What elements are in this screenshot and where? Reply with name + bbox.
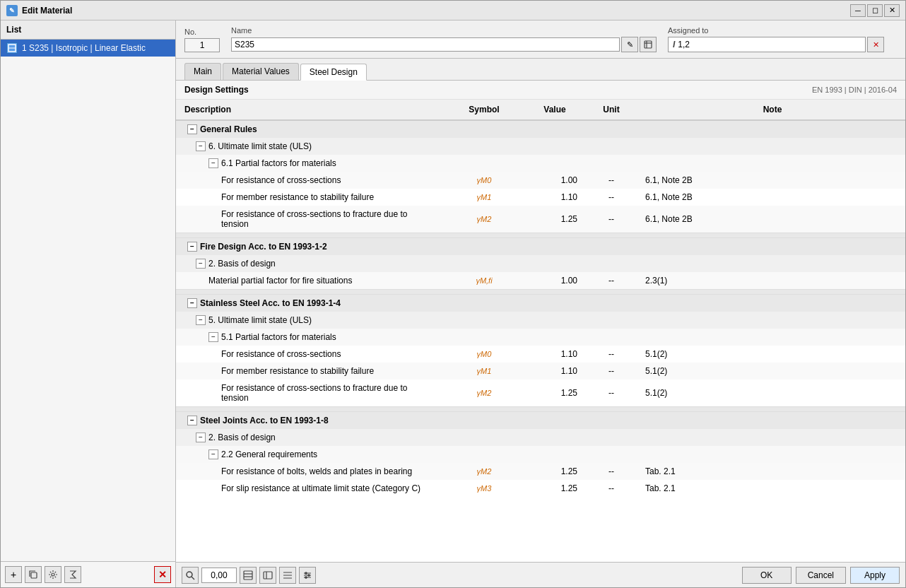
- row-ym0-ss: For resistance of cross-sections γM0 1.1…: [176, 346, 905, 363]
- col-note: Note: [640, 102, 905, 117]
- name-label: Name: [231, 26, 657, 35]
- val-ym0-1[interactable]: 1.00: [526, 174, 583, 187]
- unit-ym1-ss: --: [583, 365, 640, 377]
- edit-name-button[interactable]: ✎: [621, 37, 638, 52]
- row-ym1-ss: For member resistance to stability failu…: [176, 363, 905, 380]
- main-window: ✎ Edit Material ─ ◻ ✕ List 1 S235 | Isot…: [0, 0, 906, 588]
- tab-material-values[interactable]: Material Values: [223, 63, 299, 80]
- basis-2-label: − 2. Basis of design: [182, 257, 442, 270]
- section-2-2: − 2.2 General requirements: [176, 446, 905, 463]
- minimize-button[interactable]: ─: [850, 4, 866, 17]
- val-ymfi[interactable]: 1.00: [526, 274, 583, 287]
- svg-point-3: [52, 573, 54, 576]
- val-ym0-ss[interactable]: 1.10: [526, 348, 583, 360]
- sym-ym1-1: γM1: [442, 191, 526, 204]
- table-header: Description Symbol Value Unit Note: [176, 100, 905, 121]
- assigned-display: I 1,2: [668, 37, 866, 52]
- assigned-field-group: Assigned to I 1,2 ✕: [668, 26, 884, 52]
- name-field-group: Name ✎: [231, 26, 657, 52]
- note-ym3-sj: Tab. 2.1: [640, 482, 900, 495]
- desc-ymfi: Material partial factor for fire situati…: [182, 274, 442, 287]
- svg-rect-2: [31, 572, 37, 578]
- val-ym1-ss[interactable]: 1.10: [526, 365, 583, 377]
- row-ym1-1: For member resistance to stability failu…: [176, 189, 905, 206]
- tab-steel-design[interactable]: Steel Design: [300, 64, 367, 81]
- note-ym2-1: 6.1, Note 2B: [640, 208, 900, 230]
- unit-ymfi: --: [583, 274, 640, 287]
- main-content: List 1 S235 | Isotropic | Linear Elastic…: [1, 20, 905, 587]
- row-ym3-sj: For slip resistance at ultimate limit st…: [176, 480, 905, 497]
- desc-ym2-ss: For resistance of cross-sections to frac…: [182, 382, 442, 404]
- section-general-rules: − General Rules: [176, 121, 905, 138]
- tabs-bar: Main Material Values Steel Design: [176, 59, 905, 81]
- no-input[interactable]: [184, 38, 220, 52]
- val-ym2-1[interactable]: 1.25: [526, 208, 583, 230]
- tree-table: − General Rules − 6. Ultimate limit stat…: [176, 121, 905, 497]
- section-uls-6: − 6. Ultimate limit state (ULS): [176, 138, 905, 155]
- list-item[interactable]: 1 S235 | Isotropic | Linear Elastic: [1, 40, 175, 57]
- fire-design-label: − Fire Design Acc. to EN 1993-1-2: [182, 240, 442, 253]
- toggle-2-2[interactable]: −: [208, 449, 218, 459]
- note-ymfi: 2.3(1): [640, 274, 900, 287]
- toggle-basis-2[interactable]: −: [196, 259, 206, 269]
- cancel-button[interactable]: Cancel: [796, 567, 846, 584]
- unit-ym2-ss: --: [583, 382, 640, 404]
- toggle-uls-6[interactable]: −: [196, 141, 206, 151]
- delete-button[interactable]: ✕: [154, 566, 171, 583]
- toggle-general-rules[interactable]: −: [187, 124, 197, 134]
- svg-point-7: [187, 572, 192, 577]
- settings-button[interactable]: [45, 566, 61, 583]
- standard-label: EN 1993 | DIN | 2016-04: [812, 86, 897, 94]
- desc-ym1-1: For member resistance to stability failu…: [182, 191, 442, 204]
- toggle-6-1[interactable]: −: [208, 158, 218, 168]
- svg-rect-4: [645, 41, 652, 48]
- section-fire-design: − Fire Design Acc. to EN 1993-1-2: [176, 238, 905, 255]
- svg-line-8: [192, 577, 194, 580]
- stainless-label: − Stainless Steel Acc. to EN 1993-1-4: [182, 297, 442, 310]
- val-ym2-sj[interactable]: 1.25: [526, 465, 583, 478]
- view1-button[interactable]: [240, 567, 257, 584]
- search-footer-button[interactable]: [182, 567, 199, 584]
- close-button[interactable]: ✕: [884, 4, 900, 17]
- col-symbol: Symbol: [442, 102, 526, 117]
- view3-button[interactable]: [279, 567, 296, 584]
- toggle-basis-sj[interactable]: −: [196, 433, 206, 442]
- val-ym1-1[interactable]: 1.10: [526, 191, 583, 204]
- list-empty-space: [1, 57, 175, 561]
- val-ym2-ss[interactable]: 1.25: [526, 382, 583, 404]
- view2-button[interactable]: [259, 567, 276, 584]
- svg-point-16: [305, 576, 307, 577]
- title-bar: ✎ Edit Material ─ ◻ ✕: [1, 1, 905, 20]
- svg-point-14: [305, 572, 307, 573]
- toggle-uls-5[interactable]: −: [196, 315, 206, 325]
- val-ym3-sj[interactable]: 1.25: [526, 482, 583, 495]
- uls-6-label: − 6. Ultimate limit state (ULS): [182, 140, 442, 153]
- unit-ym0-ss: --: [583, 348, 640, 360]
- toggle-steel-joints[interactable]: −: [187, 416, 197, 425]
- section-basis-2: − 2. Basis of design: [176, 255, 905, 272]
- library-button[interactable]: [640, 37, 657, 52]
- settings2-button[interactable]: [299, 567, 316, 584]
- toggle-5-1[interactable]: −: [208, 332, 218, 342]
- toggle-stainless[interactable]: −: [187, 298, 197, 308]
- note-ym2-ss: 5.1(2): [640, 382, 900, 404]
- section-uls-5: − 5. Ultimate limit state (ULS): [176, 312, 905, 329]
- clear-assigned-button[interactable]: ✕: [867, 37, 884, 52]
- maximize-button[interactable]: ◻: [867, 4, 883, 17]
- add-button[interactable]: +: [5, 566, 22, 583]
- name-input[interactable]: [231, 37, 620, 52]
- toggle-fire-design[interactable]: −: [187, 242, 197, 252]
- copy-button[interactable]: [25, 566, 42, 583]
- ok-button[interactable]: OK: [742, 567, 792, 584]
- unit-ym2-1: --: [583, 208, 640, 230]
- design-header: Design Settings EN 1993 | DIN | 2016-04: [176, 81, 905, 100]
- note-ym0-ss: 5.1(2): [640, 348, 900, 360]
- section-basis-sj: − 2. Basis of design: [176, 429, 905, 446]
- svg-point-15: [308, 574, 310, 575]
- section-6-1-label: − 6.1 Partial factors for materials: [182, 157, 442, 170]
- value-input[interactable]: [201, 568, 237, 583]
- formula-button[interactable]: [64, 566, 81, 583]
- note-ym1-1: 6.1, Note 2B: [640, 191, 900, 204]
- tab-main[interactable]: Main: [184, 63, 221, 80]
- apply-button[interactable]: Apply: [850, 567, 900, 584]
